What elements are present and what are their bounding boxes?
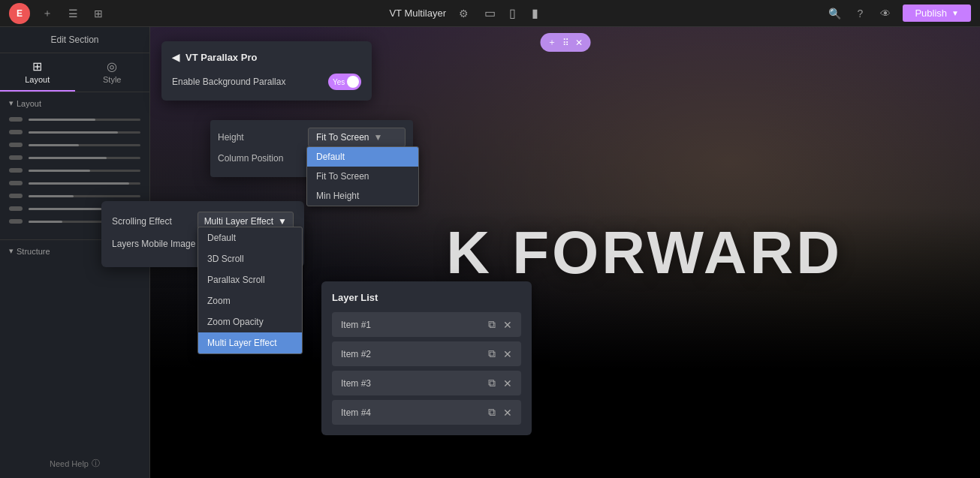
publish-button[interactable]: Publish ▼ — [903, 5, 971, 22]
layer-panel: Layer List Item #1 ⧉ ✕ Item #2 ⧉ ✕ Item … — [321, 281, 532, 435]
layout-section-title: ▾ Layout — [9, 98, 140, 108]
help-icon[interactable]: ? — [852, 5, 868, 22]
preview-icon[interactable]: 👁 — [877, 5, 894, 22]
publish-label: Publish — [915, 8, 947, 19]
topbar: E ＋ ☰ ⊞ VT Multilayer ⚙ ▭ ▯ ▮ 🔍 ? 👁 Publ… — [0, 0, 980, 27]
effect-dropdown: Default 3D Scroll Parallax Scroll Zoom Z… — [198, 227, 303, 354]
desktop-icon[interactable]: ▭ — [481, 5, 499, 23]
layer-item-4-copy-btn[interactable]: ⧉ — [488, 406, 496, 419]
height-select[interactable]: Fit To Screen ▼ — [308, 128, 406, 147]
effect-select-arrow-icon: ▼ — [278, 216, 287, 227]
sidebar-tabs: ⊞ Layout ◎ Style — [0, 53, 149, 92]
layer-item-1-actions: ⧉ ✕ — [488, 318, 512, 331]
layer-item-2: Item #2 ⧉ ✕ — [332, 341, 521, 366]
layer-item-1-copy-btn[interactable]: ⧉ — [488, 318, 496, 331]
settings-icon[interactable]: ⚙ — [455, 5, 472, 22]
parallax-arrow-icon: ◀ — [172, 52, 179, 63]
layer-item-2-actions: ⧉ ✕ — [488, 347, 512, 360]
height-dropdown: Default Fit To Screen Min Height — [306, 146, 419, 206]
layer-item-1-delete-btn[interactable]: ✕ — [503, 319, 512, 331]
canvas-toolbar: ＋ ⠿ ✕ — [540, 33, 590, 52]
layer-item-3-copy-btn[interactable]: ⧉ — [488, 377, 496, 389]
elementor-logo[interactable]: E — [9, 3, 30, 24]
enable-parallax-label: Enable Background Parallax — [172, 77, 285, 87]
need-help[interactable]: Need Help ⓘ — [0, 458, 149, 469]
help-circle-icon: ⓘ — [92, 458, 100, 469]
canvas-close-btn[interactable]: ✕ — [575, 38, 583, 48]
layer-item-3-delete-btn[interactable]: ✕ — [503, 377, 512, 389]
page-title: VT Multilayer — [389, 8, 446, 19]
parallax-panel-title: ◀ VT Parallax Pro — [172, 52, 361, 63]
tablet-icon[interactable]: ▯ — [503, 5, 521, 23]
layer-item-3-actions: ⧉ ✕ — [488, 377, 512, 389]
topbar-left: E ＋ ☰ ⊞ — [9, 3, 107, 24]
scrolling-effect-label: Scrolling Effect — [112, 216, 172, 227]
stack-icon[interactable]: ⊞ — [90, 5, 107, 22]
layer-item-4: Item #4 ⧉ ✕ — [332, 400, 521, 425]
canvas-hero-text: K FORWARD — [446, 218, 843, 287]
effect-option-multi[interactable]: Multi Layer Effect — [198, 332, 302, 353]
layer-item-3-label: Item #3 — [341, 378, 371, 389]
tab-layout[interactable]: ⊞ Layout — [0, 53, 75, 92]
mobile-icon[interactable]: ▮ — [526, 5, 544, 23]
enable-parallax-row: Enable Background Parallax Yes — [172, 74, 361, 90]
canvas-move-btn[interactable]: ⠿ — [562, 38, 569, 48]
effect-option-default[interactable]: Default — [198, 227, 302, 248]
layer-item-4-delete-btn[interactable]: ✕ — [503, 407, 512, 419]
layer-item-2-label: Item #2 — [341, 349, 371, 359]
layers-mobile-label: Layers Mobile Image — [112, 239, 195, 249]
effect-value: Multi Layer Effect — [204, 216, 273, 227]
tab-style[interactable]: ◎ Style — [75, 53, 150, 92]
height-option-min[interactable]: Min Height — [307, 186, 418, 206]
height-label: Height — [218, 132, 244, 143]
height-option-fit[interactable]: Fit To Screen — [307, 167, 418, 186]
column-position-label: Column Position — [218, 153, 283, 164]
sidebar-header: Edit Section — [0, 27, 149, 53]
parallax-panel: ◀ VT Parallax Pro Enable Background Para… — [161, 41, 372, 101]
effect-option-zoom[interactable]: Zoom — [198, 290, 302, 311]
topbar-center: VT Multilayer ⚙ ▭ ▯ ▮ — [389, 5, 544, 23]
layers-icon[interactable]: ☰ — [65, 5, 81, 22]
layer-item-2-delete-btn[interactable]: ✕ — [503, 348, 512, 360]
height-option-default[interactable]: Default — [307, 147, 418, 167]
layer-item-4-actions: ⧉ ✕ — [488, 406, 512, 419]
height-row: Height Fit To Screen ▼ — [218, 128, 406, 147]
effect-option-zoom-opacity[interactable]: Zoom Opacity — [198, 311, 302, 332]
effect-option-3d[interactable]: 3D Scroll — [198, 248, 302, 269]
layer-item-3: Item #3 ⧉ ✕ — [332, 371, 521, 395]
layer-item-1: Item #1 ⧉ ✕ — [332, 312, 521, 337]
toggle-yes-label: Yes — [333, 78, 345, 86]
canvas-add-btn[interactable]: ＋ — [547, 36, 556, 49]
layer-panel-title: Layer List — [332, 292, 521, 303]
enable-parallax-toggle[interactable]: Yes — [328, 74, 361, 90]
layer-item-4-label: Item #4 — [341, 407, 371, 418]
add-icon[interactable]: ＋ — [39, 5, 56, 22]
topbar-right: 🔍 ? 👁 Publish ▼ — [826, 5, 971, 22]
publish-arrow-icon: ▼ — [951, 9, 959, 17]
effect-option-parallax[interactable]: Parallax Scroll — [198, 269, 302, 290]
layer-item-1-label: Item #1 — [341, 320, 371, 330]
layer-item-2-copy-btn[interactable]: ⧉ — [488, 347, 496, 360]
device-icons: ▭ ▯ ▮ — [481, 5, 544, 23]
search-icon[interactable]: 🔍 — [826, 5, 843, 22]
sidebar-bottom: Need Help ⓘ — [0, 458, 149, 469]
height-select-arrow-icon: ▼ — [373, 132, 382, 143]
height-value: Fit To Screen — [316, 132, 369, 143]
